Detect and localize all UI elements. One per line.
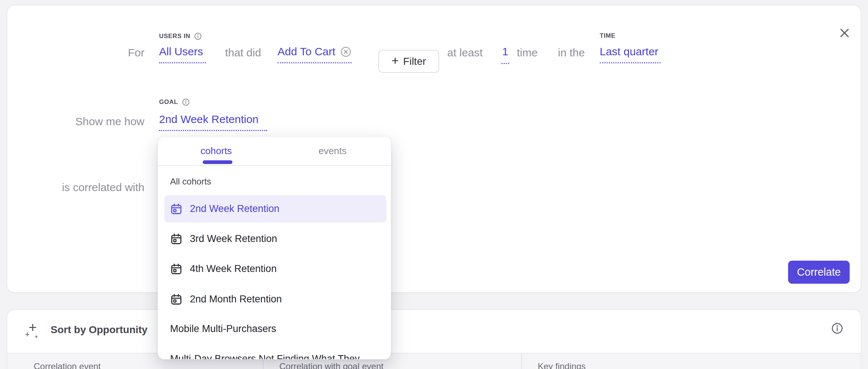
sparkle-plus-medium: + — [25, 331, 30, 339]
list-item-2nd-month-retention[interactable]: 2nd Month Retention — [164, 286, 386, 313]
column-header-correlation-with-goal: Correlation with goal event — [279, 361, 383, 369]
calendar-icon — [170, 233, 183, 245]
add-filter-button[interactable]: + Filter — [378, 50, 439, 73]
calendar-icon — [170, 203, 183, 215]
calendar-icon — [170, 293, 183, 306]
list-item-label: Multi-Day Browsers Not Finding What They — [170, 353, 360, 359]
list-item-multi-day-browsers[interactable]: Multi-Day Browsers Not Finding What They — [164, 345, 386, 359]
column-divider — [521, 354, 522, 369]
sparkle-plus-large: + — [29, 320, 37, 334]
active-tab-indicator — [203, 160, 232, 164]
time-range-selector[interactable]: Last quarter — [600, 45, 661, 63]
column-header-correlation-event: Correlation event — [34, 361, 101, 369]
list-item-3rd-week-retention[interactable]: 3rd Week Retention — [164, 225, 386, 253]
close-icon — [838, 27, 851, 39]
sort-button-label: Sort by Opportunity — [51, 324, 147, 336]
list-item-label: Mobile Multi-Purchasers — [170, 323, 276, 335]
list-item-mobile-multi-purchasers[interactable]: Mobile Multi-Purchasers — [164, 315, 386, 343]
close-button[interactable] — [833, 21, 856, 45]
info-icon[interactable] — [182, 98, 190, 106]
results-info-button[interactable] — [826, 317, 848, 339]
goal-label-text: GOAL — [159, 98, 178, 106]
cohort-selector[interactable]: All Users — [159, 45, 206, 63]
correlation-analysis-screen: USERS IN For All Users that did Add To C… — [0, 0, 868, 369]
goal-label: GOAL — [159, 98, 190, 106]
goal-selector[interactable]: 2nd Week Retention — [159, 113, 267, 131]
time-label-text: TIME — [600, 32, 615, 40]
sentence-that-did: that did — [225, 46, 261, 59]
users-in-label-text: USERS IN — [159, 33, 190, 40]
sort-by-opportunity-button[interactable]: + + + Sort by Opportunity — [25, 320, 147, 340]
sentence-in-the: in the — [558, 46, 585, 59]
list-item-label: 3rd Week Retention — [190, 233, 277, 245]
cohort-selector-value: All Users — [159, 45, 203, 58]
dropdown-tabs: cohorts events — [158, 137, 391, 166]
query-builder-card: USERS IN For All Users that did Add To C… — [7, 5, 861, 293]
list-item-4th-week-retention[interactable]: 4th Week Retention — [164, 255, 386, 283]
time-range-value: Last quarter — [600, 45, 658, 58]
sentence-time: time — [517, 46, 538, 59]
tab-events[interactable]: events — [275, 137, 391, 165]
count-value: 1 — [501, 45, 509, 64]
goal-selector-value: 2nd Week Retention — [159, 113, 258, 126]
list-item-label: 2nd Month Retention — [190, 294, 282, 305]
results-panel: + + + Sort by Opportunity Correlation ev… — [7, 309, 861, 369]
list-item-label: 2nd Week Retention — [190, 203, 279, 215]
cohort-section-header: All cohorts — [170, 176, 211, 187]
sentence-at-least: at least — [447, 46, 483, 59]
event-selector[interactable]: Add To Cart — [277, 45, 352, 63]
sentence-prefix-for: For — [37, 46, 144, 59]
calendar-icon — [170, 263, 183, 275]
info-icon — [831, 322, 843, 335]
list-item-2nd-week-retention[interactable]: 2nd Week Retention — [164, 195, 386, 223]
sparkle-plus-small: + — [34, 333, 38, 340]
correlate-button[interactable]: Correlate — [788, 261, 850, 284]
filter-button-label: Filter — [403, 56, 426, 67]
event-selector-value: Add To Cart — [277, 45, 335, 58]
goal-dropdown: cohorts events All cohorts 2nd Week Rete… — [158, 137, 391, 359]
count-stepper[interactable]: 1 — [501, 45, 509, 64]
info-icon[interactable] — [194, 32, 202, 40]
sentence-show-me-how: Show me how — [37, 115, 144, 128]
column-header-key-findings: Key findings — [538, 361, 586, 369]
time-label: TIME — [600, 32, 615, 40]
results-table-header: Correlation event Correlation with goal … — [7, 353, 861, 369]
remove-event-icon[interactable] — [340, 46, 352, 57]
plus-icon: + — [391, 53, 399, 68]
users-in-label: USERS IN — [159, 32, 202, 40]
list-item-label: 4th Week Retention — [190, 263, 277, 275]
sparkle-icon: + + + — [25, 320, 43, 340]
sentence-is-correlated-with: is correlated with — [23, 181, 144, 194]
